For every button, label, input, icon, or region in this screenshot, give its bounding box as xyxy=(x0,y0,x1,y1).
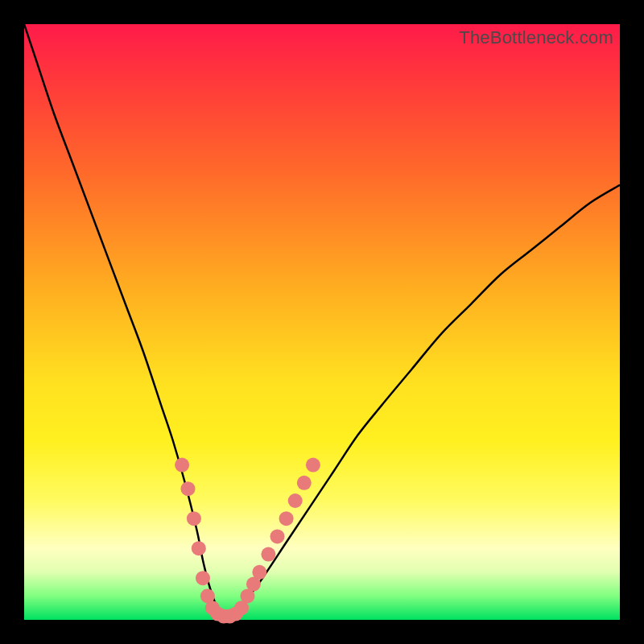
plot-area: TheBottleneck.com xyxy=(24,24,620,620)
marker-point xyxy=(175,458,189,473)
marker-point xyxy=(288,493,303,508)
marker-point xyxy=(187,511,201,526)
bottleneck-curve xyxy=(24,24,620,617)
markers-group xyxy=(175,458,320,624)
marker-point xyxy=(279,511,294,526)
marker-point xyxy=(192,541,206,555)
plot-svg xyxy=(24,24,620,620)
marker-point xyxy=(306,458,320,473)
chart-frame: TheBottleneck.com xyxy=(0,0,644,644)
marker-point xyxy=(270,529,285,543)
marker-point xyxy=(252,565,266,580)
marker-point xyxy=(261,547,275,562)
marker-point xyxy=(181,481,196,496)
marker-point xyxy=(196,571,210,585)
marker-point xyxy=(297,476,312,490)
